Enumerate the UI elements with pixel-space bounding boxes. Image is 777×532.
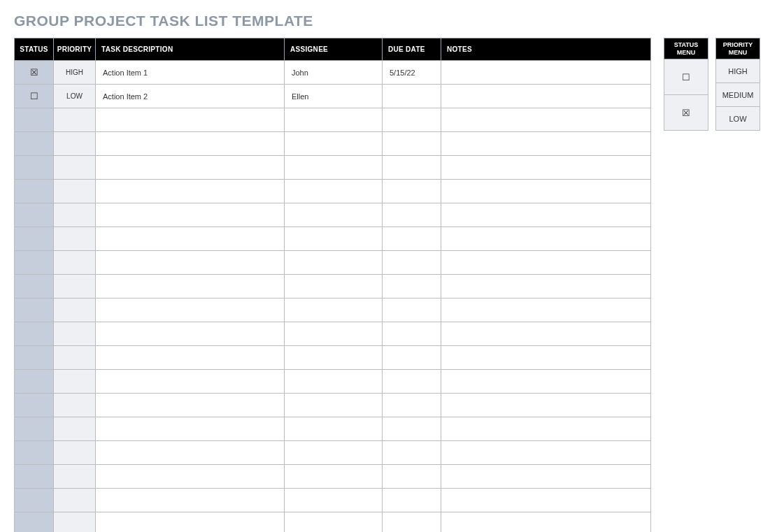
due-cell[interactable]: [383, 275, 441, 299]
priority-cell[interactable]: [54, 370, 96, 394]
notes-cell[interactable]: [441, 108, 651, 132]
due-cell[interactable]: [383, 417, 441, 441]
status-cell[interactable]: [15, 275, 54, 299]
task-cell[interactable]: [96, 132, 285, 156]
task-cell[interactable]: [96, 465, 285, 489]
status-cell[interactable]: [15, 299, 54, 322]
notes-cell[interactable]: [441, 85, 651, 108]
notes-cell[interactable]: [441, 512, 651, 533]
due-cell[interactable]: [383, 346, 441, 370]
assignee-cell[interactable]: [285, 417, 383, 441]
assignee-cell[interactable]: John: [285, 61, 383, 85]
notes-cell[interactable]: [441, 465, 651, 489]
assignee-cell[interactable]: [285, 251, 383, 275]
due-cell[interactable]: [383, 512, 441, 533]
priority-cell[interactable]: [54, 251, 96, 275]
priority-cell[interactable]: [54, 299, 96, 322]
priority-cell[interactable]: [54, 108, 96, 132]
priority-cell[interactable]: [54, 180, 96, 203]
assignee-cell[interactable]: [285, 108, 383, 132]
status-cell[interactable]: [15, 417, 54, 441]
notes-cell[interactable]: [441, 322, 651, 346]
task-cell[interactable]: [96, 227, 285, 251]
priority-cell[interactable]: HIGH: [54, 61, 96, 85]
notes-cell[interactable]: [441, 132, 651, 156]
due-cell[interactable]: [383, 203, 441, 227]
table-row[interactable]: [15, 251, 651, 275]
priority-cell[interactable]: LOW: [54, 85, 96, 108]
priority-menu-item[interactable]: MEDIUM: [716, 83, 760, 107]
assignee-cell[interactable]: [285, 441, 383, 465]
status-cell[interactable]: [15, 346, 54, 370]
priority-cell[interactable]: [54, 346, 96, 370]
notes-cell[interactable]: [441, 299, 651, 322]
due-cell[interactable]: 5/15/22: [383, 61, 441, 85]
priority-cell[interactable]: [54, 322, 96, 346]
table-row[interactable]: [15, 417, 651, 441]
due-cell[interactable]: [383, 156, 441, 180]
task-cell[interactable]: Action Item 1: [96, 61, 285, 85]
assignee-cell[interactable]: [285, 394, 383, 417]
assignee-cell[interactable]: [285, 322, 383, 346]
task-cell[interactable]: [96, 251, 285, 275]
table-row[interactable]: [15, 489, 651, 512]
status-cell[interactable]: [15, 132, 54, 156]
table-row[interactable]: [15, 132, 651, 156]
status-cell[interactable]: [15, 227, 54, 251]
table-row[interactable]: [15, 465, 651, 489]
task-cell[interactable]: [96, 346, 285, 370]
assignee-cell[interactable]: [285, 227, 383, 251]
due-cell[interactable]: [383, 370, 441, 394]
notes-cell[interactable]: [441, 441, 651, 465]
due-cell[interactable]: [383, 394, 441, 417]
assignee-cell[interactable]: [285, 275, 383, 299]
priority-cell[interactable]: [54, 441, 96, 465]
status-cell[interactable]: [15, 394, 54, 417]
notes-cell[interactable]: [441, 346, 651, 370]
table-row[interactable]: [15, 441, 651, 465]
status-cell[interactable]: ☐: [15, 85, 54, 108]
table-row[interactable]: [15, 108, 651, 132]
due-cell[interactable]: [383, 180, 441, 203]
assignee-cell[interactable]: [285, 132, 383, 156]
table-row[interactable]: ☒HIGHAction Item 1John5/15/22: [15, 61, 651, 85]
task-cell[interactable]: [96, 489, 285, 512]
table-row[interactable]: [15, 180, 651, 203]
due-cell[interactable]: [383, 108, 441, 132]
due-cell[interactable]: [383, 465, 441, 489]
status-cell[interactable]: [15, 322, 54, 346]
due-cell[interactable]: [383, 251, 441, 275]
assignee-cell[interactable]: [285, 203, 383, 227]
table-row[interactable]: [15, 227, 651, 251]
task-cell[interactable]: [96, 441, 285, 465]
task-cell[interactable]: [96, 180, 285, 203]
notes-cell[interactable]: [441, 275, 651, 299]
due-cell[interactable]: [383, 85, 441, 108]
task-cell[interactable]: [96, 299, 285, 322]
priority-cell[interactable]: [54, 156, 96, 180]
priority-cell[interactable]: [54, 489, 96, 512]
due-cell[interactable]: [383, 299, 441, 322]
task-cell[interactable]: [96, 108, 285, 132]
status-cell[interactable]: ☒: [15, 61, 54, 85]
table-row[interactable]: [15, 299, 651, 322]
task-cell[interactable]: [96, 322, 285, 346]
assignee-cell[interactable]: [285, 346, 383, 370]
due-cell[interactable]: [383, 489, 441, 512]
task-cell[interactable]: [96, 203, 285, 227]
notes-cell[interactable]: [441, 394, 651, 417]
task-cell[interactable]: [96, 394, 285, 417]
priority-cell[interactable]: [54, 132, 96, 156]
notes-cell[interactable]: [441, 370, 651, 394]
notes-cell[interactable]: [441, 156, 651, 180]
status-cell[interactable]: [15, 441, 54, 465]
notes-cell[interactable]: [441, 417, 651, 441]
priority-cell[interactable]: [54, 394, 96, 417]
assignee-cell[interactable]: Ellen: [285, 85, 383, 108]
table-row[interactable]: [15, 394, 651, 417]
assignee-cell[interactable]: [285, 370, 383, 394]
notes-cell[interactable]: [441, 251, 651, 275]
status-cell[interactable]: [15, 370, 54, 394]
task-cell[interactable]: [96, 156, 285, 180]
due-cell[interactable]: [383, 441, 441, 465]
